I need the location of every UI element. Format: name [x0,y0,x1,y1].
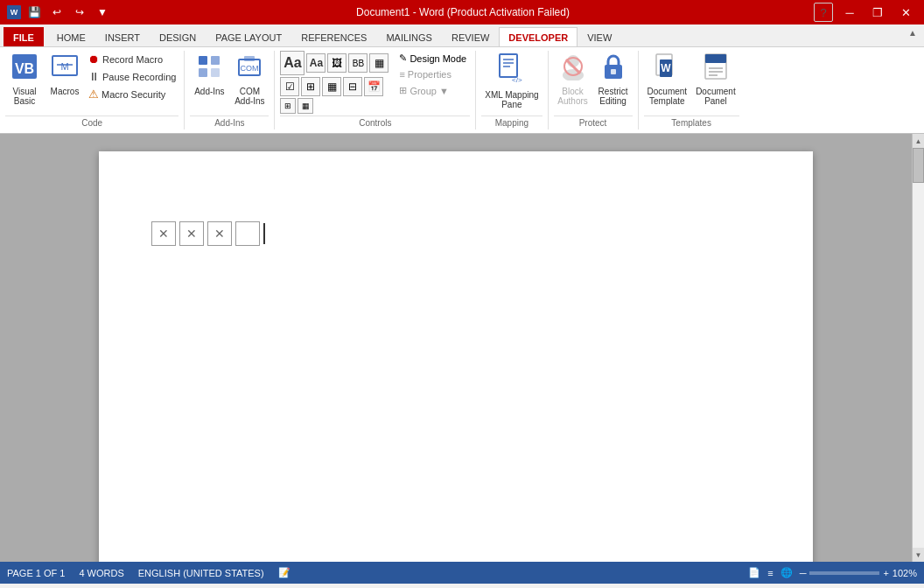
status-left: PAGE 1 OF 1 4 WORDS ENGLISH (UNITED STAT… [7,567,290,578]
svg-text:</>: </> [512,76,522,84]
com-addins-button[interactable]: COM COMAdd-Ins [230,51,269,108]
svg-rect-27 [705,54,726,63]
document-page[interactable]: ✕ ✕ ✕ [99,151,813,562]
zoom-slider-track[interactable] [809,571,879,575]
record-macro-label: Record Macro [102,54,163,65]
ribbon-tabs: FILE HOME INSERT DESIGN PAGE LAYOUT REFE… [0,24,924,47]
tab-design[interactable]: DESIGN [150,27,206,46]
document-panel-button[interactable]: DocumentPanel [692,51,739,108]
view-web-icon[interactable]: 🌐 [780,567,793,578]
document-content[interactable]: ✕ ✕ ✕ [151,221,760,246]
restore-button[interactable]: ❐ [866,4,889,21]
page-info: PAGE 1 OF 1 [7,568,65,578]
macro-security-button[interactable]: ⚠ Macro Security [86,86,178,102]
scrollbar-thumb[interactable] [913,148,924,183]
tab-insert[interactable]: INSERT [95,27,150,46]
tab-view[interactable]: VIEW [578,27,621,46]
design-mode-label: Design Mode [410,53,466,64]
legacy-control-1-icon[interactable]: ⊞ [280,98,296,114]
visual-basic-button[interactable]: VB VisualBasic [5,51,44,108]
addins-group-content: Add-Ins COM COMAdd-Ins [190,51,269,114]
record-macro-button[interactable]: ⏺ Record Macro [86,51,178,67]
document-scroll-area[interactable]: ✕ ✕ ✕ [0,134,912,562]
addins-label: Add-Ins [194,87,224,96]
date-picker-icon[interactable]: 📅 [364,77,383,96]
code-group-content: VB VisualBasic M Macros ⏺ Record Macro ⏸ [5,51,178,114]
document-template-label: DocumentTemplate [648,87,688,106]
svg-text:VB: VB [15,61,34,76]
com-addins-label: COMAdd-Ins [234,87,264,106]
close-button[interactable]: ✕ [894,4,917,21]
save-button[interactable]: 💾 [24,3,44,22]
plain-text-control-icon[interactable]: Aa [306,53,326,73]
tab-review[interactable]: REVIEW [442,27,499,46]
addins-group: Add-Ins COM COMAdd-Ins Add-Ins [185,51,275,130]
proofing-icon[interactable]: 📝 [278,567,290,578]
xml-mapping-button[interactable]: </> XML MappingPane [481,51,542,111]
design-mode-button[interactable]: ✎ Design Mode [396,51,470,66]
view-reading-icon[interactable]: ≡ [767,568,773,578]
svg-rect-5 [199,56,207,65]
block-authors-label: BlockAuthors [557,87,587,106]
restrict-editing-label: RestrictEditing [598,87,628,106]
macros-button[interactable]: M Macros [46,51,84,98]
minimize-button[interactable]: ─ [838,4,861,21]
redo-button[interactable]: ↪ [70,3,89,22]
picture-control-icon[interactable]: 🖼 [327,53,346,73]
xml-mapping-icon: </> [498,52,526,88]
char-box-2: ✕ [179,221,204,246]
code-group-label: Code [5,116,178,130]
tab-file[interactable]: FILE [4,27,44,46]
checkbox-control-icon[interactable]: ☑ [280,77,299,96]
mapping-group-label: Mapping [481,116,542,130]
controls-group-content: Aa Aa 🖼 BB ▦ ☑ ⊞ ▦ ⊟ [280,51,470,114]
tab-mailings[interactable]: MAILINGS [376,27,442,46]
group-label: Group ▼ [410,86,449,96]
controls-group-label: Controls [280,116,470,130]
tab-page-layout[interactable]: PAGE LAYOUT [206,27,291,46]
macro-security-label: Macro Security [102,89,165,100]
language: ENGLISH (UNITED STATES) [138,568,264,578]
templates-group-content: W DocumentTemplate DocumentPanel [644,51,739,114]
tab-developer[interactable]: DEVELOPER [499,27,578,46]
pause-recording-button[interactable]: ⏸ Pause Recording [86,68,178,85]
templates-group: W DocumentTemplate DocumentPanel [639,51,745,130]
help-button[interactable]: ? [814,3,833,22]
properties-button[interactable]: ≡ Properties [396,67,470,81]
undo-button[interactable]: ↩ [47,3,66,22]
table-control-1-icon[interactable]: ⊞ [301,77,320,96]
tab-home[interactable]: HOME [47,27,95,46]
word-count: 4 WORDS [79,568,123,578]
title-bar-left: W 💾 ↩ ↪ ▼ [7,3,112,22]
mapping-group: </> XML MappingPane Mapping [476,51,548,130]
table-control-2-icon[interactable]: ▦ [322,77,341,96]
word-logo-icon: W [7,5,21,19]
zoom-in-button[interactable]: + [883,568,888,578]
tab-references[interactable]: REFERENCES [291,27,376,46]
restrict-editing-button[interactable]: RestrictEditing [594,51,633,108]
svg-text:W: W [662,62,672,74]
scrollbar-down-arrow[interactable]: ▼ [913,548,924,562]
svg-rect-8 [211,68,220,77]
block-authors-button[interactable]: BlockAuthors [554,51,592,108]
status-bar: PAGE 1 OF 1 4 WORDS ENGLISH (UNITED STAT… [0,562,924,584]
view-normal-icon[interactable]: 📄 [748,567,760,578]
ribbon: VB VisualBasic M Macros ⏺ Record Macro ⏸ [0,47,924,134]
rich-text-control-icon[interactable]: Aa [280,51,304,75]
addins-button[interactable]: Add-Ins [190,51,228,98]
combo-box-icon[interactable]: ▦ [369,53,388,73]
document-panel-label: DocumentPanel [696,87,736,106]
vertical-scrollbar[interactable]: ▲ ▼ [912,134,924,562]
document-template-button[interactable]: W DocumentTemplate [644,51,691,108]
building-block-icon[interactable]: BB [348,53,368,73]
protect-group-content: BlockAuthors RestrictEditing [554,51,633,114]
zoom-out-button[interactable]: ─ [800,568,807,578]
window-controls: ? ─ ❐ ✕ [814,3,917,22]
protect-group: BlockAuthors RestrictEditing Protect [549,51,639,130]
legacy-control-2-icon[interactable]: ▦ [298,98,313,114]
table-control-3-icon[interactable]: ⊟ [343,77,362,96]
scrollbar-up-arrow[interactable]: ▲ [913,134,924,148]
ribbon-collapse-button[interactable]: ▲ [905,24,920,41]
quick-access-dropdown[interactable]: ▼ [93,3,112,22]
group-button[interactable]: ⊞ Group ▼ [396,83,470,98]
